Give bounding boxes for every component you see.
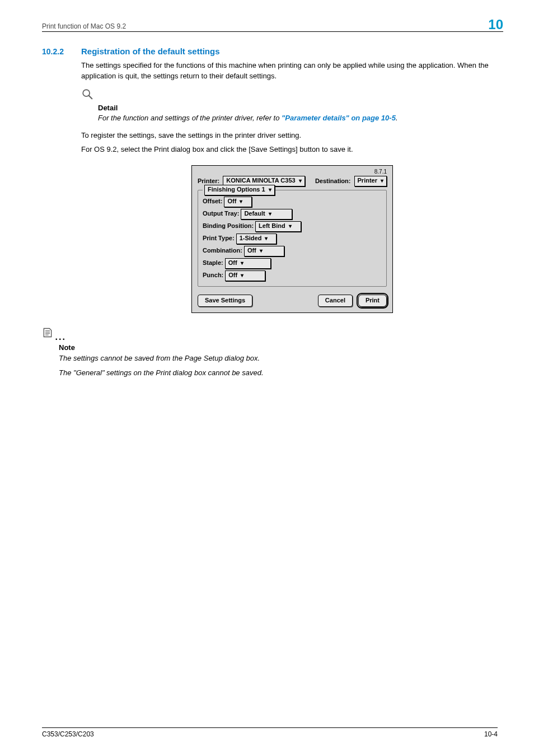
panel-fieldset: Finishing Options 1 ▾ Offset: Off ▾ Outp… (198, 190, 387, 287)
select-arrow-icon: ▾ (269, 187, 271, 193)
select-arrow-icon: ▾ (260, 248, 263, 254)
select-arrow-icon: ▾ (265, 236, 268, 241)
detail-heading: Detail (98, 103, 503, 114)
destination-select-value: Printer (358, 176, 377, 185)
print-type-select-value: 1-Sided (240, 234, 262, 243)
combination-select[interactable]: Off ▾ (244, 246, 284, 256)
detail-body-prefix: For the function and settings of the pri… (98, 114, 282, 122)
chapter-number: 10 (488, 17, 503, 32)
offset-select-value: Off (227, 197, 236, 206)
select-arrow-icon: ▾ (289, 223, 292, 229)
detail-body: For the function and settings of the pri… (98, 113, 503, 124)
cancel-button[interactable]: Cancel (318, 295, 353, 307)
output-tray-select-value: Default (244, 209, 265, 218)
svg-line-1 (89, 95, 92, 99)
panel-select[interactable]: Finishing Options 1 ▾ (204, 185, 275, 195)
binding-position-select-value: Left Bind (259, 222, 285, 231)
staple-select-value: Off (228, 259, 237, 268)
staple-select[interactable]: Off ▾ (225, 258, 271, 269)
paragraph-os92: For OS 9.2, select the Print dialog box … (81, 144, 503, 155)
punch-select-value: Off (228, 271, 237, 280)
combination-label: Combination: (203, 246, 242, 255)
footer-model: C353/C253/C203 (42, 730, 94, 738)
header-section-title: Print function of Mac OS 9.2 (42, 22, 126, 30)
print-type-select[interactable]: 1-Sided ▾ (236, 234, 277, 244)
output-tray-select[interactable]: Default ▾ (241, 209, 292, 220)
section-title: Registration of the default settings (81, 46, 220, 56)
select-arrow-icon: ▾ (241, 273, 243, 278)
select-arrow-icon: ▾ (269, 211, 271, 217)
select-arrow-icon: ▾ (299, 178, 302, 184)
staple-label: Staple: (203, 259, 223, 268)
paragraph-intro: The settings specified for the functions… (81, 60, 503, 82)
print-button[interactable]: Print (358, 295, 387, 307)
punch-label: Punch: (203, 271, 223, 280)
detail-body-suffix: . (396, 114, 398, 122)
paragraph-register: To register the settings, save the setti… (81, 130, 503, 141)
print-type-label: Print Type: (203, 234, 235, 243)
punch-select[interactable]: Off ▾ (225, 270, 265, 281)
note-line-2: The "General" settings on the Print dial… (59, 368, 503, 379)
dialog-version: 8.7.1 (374, 168, 387, 176)
select-arrow-icon: ▾ (240, 199, 242, 204)
select-arrow-icon: ▾ (241, 260, 243, 266)
note-heading: Note (59, 343, 503, 353)
note-icon (42, 328, 57, 340)
offset-select[interactable]: Off ▾ (224, 197, 252, 207)
output-tray-label: Output Tray: (203, 209, 239, 218)
parameter-details-link[interactable]: "Parameter details" on page 10-5 (282, 114, 396, 122)
footer-page-number: 10-4 (484, 730, 498, 738)
printer-label: Printer: (198, 177, 219, 184)
select-arrow-icon: ▾ (381, 178, 383, 184)
save-settings-button[interactable]: Save Settings (198, 295, 252, 307)
binding-position-select[interactable]: Left Bind ▾ (255, 221, 301, 232)
combination-select-value: Off (247, 246, 256, 255)
ellipsis-icon: ... (55, 332, 66, 342)
note-line-1: The settings cannot be saved from the Pa… (59, 353, 503, 364)
offset-label: Offset: (203, 197, 222, 206)
binding-position-label: Binding Position: (203, 222, 254, 231)
section-number: 10.2.2 (42, 47, 81, 56)
destination-select[interactable]: Printer ▾ (354, 176, 387, 186)
panel-select-value: Finishing Options 1 (208, 185, 265, 194)
print-dialog: 8.7.1 Printer: KONICA MINOLTA C353 ▾ Des… (191, 165, 393, 313)
destination-label: Destination: (315, 177, 351, 184)
